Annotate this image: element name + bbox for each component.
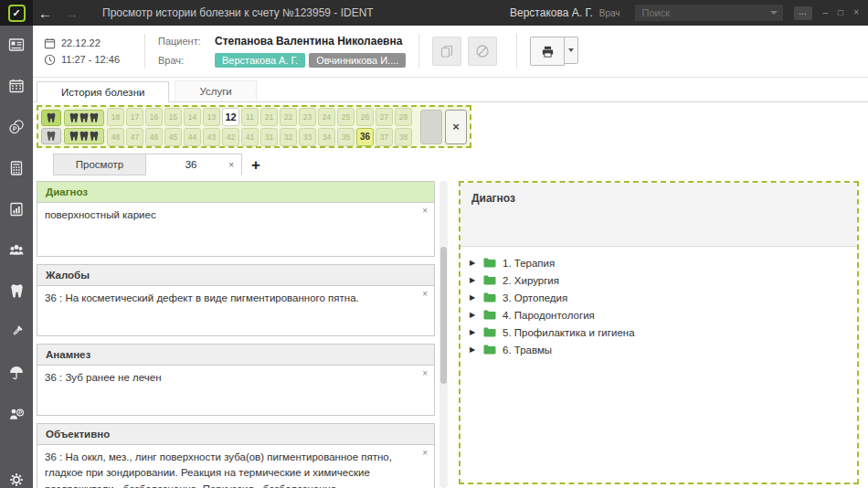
close-teeth-strip-button[interactable]: × — [445, 110, 467, 144]
minimize-button[interactable]: – — [823, 8, 829, 17]
tooth-button-36[interactable]: 36 — [356, 128, 374, 146]
schedule-icon — [8, 78, 25, 94]
tooth-button-48[interactable]: 48 — [107, 128, 124, 146]
chevron-down-icon[interactable] — [770, 11, 778, 15]
lower-teeth-row: 48474645444342413132333435363738 — [107, 128, 412, 146]
doctor-badge[interactable]: Верстакова А. Г. — [215, 53, 305, 68]
tooth-button-37[interactable]: 37 — [376, 128, 393, 146]
tooth-button-13[interactable]: 13 — [203, 108, 220, 126]
maximize-button[interactable]: □ — [838, 8, 843, 17]
section-diagnosis: Диагноз поверхностный кариес × — [37, 181, 435, 257]
section-anamnesis-body[interactable]: 36 : Зуб ранее не лечен × — [37, 366, 434, 415]
print-options-button[interactable] — [565, 37, 578, 64]
tree-item-label: 6. Травмы — [503, 345, 552, 355]
tooth-button-47[interactable]: 47 — [126, 128, 143, 146]
diagnosis-panel: Диагноз ▶1. Терапия▶2. Хирургия▶3. Ортоп… — [459, 181, 859, 484]
tooth-button-14[interactable]: 14 — [184, 108, 201, 126]
cashdesk-icon — [8, 160, 25, 176]
tooth-button-34[interactable]: 34 — [318, 128, 335, 146]
search-input[interactable] — [640, 6, 770, 19]
close-button[interactable]: × — [853, 8, 859, 17]
tooth-button-41[interactable]: 41 — [241, 128, 259, 146]
tree-item[interactable]: ▶2. Хирургия — [470, 271, 848, 289]
tooth-button-33[interactable]: 33 — [299, 128, 316, 146]
more-options-button[interactable]: ... — [794, 6, 812, 20]
tooth-button-45[interactable]: 45 — [164, 128, 182, 146]
search-box[interactable] — [635, 5, 783, 21]
sidebar-item-reports[interactable] — [7, 201, 26, 217]
expand-arrow-icon[interactable]: ▶ — [470, 293, 477, 302]
tree-item[interactable]: ▶4. Пародонтология — [470, 306, 848, 324]
back-arrow-icon[interactable]: ← — [38, 6, 52, 20]
sidebar-item-salary[interactable] — [7, 406, 26, 422]
lower-jaw-button[interactable] — [64, 128, 104, 144]
expand-arrow-icon[interactable]: ▶ — [470, 259, 477, 267]
upper-jaw-button[interactable] — [64, 110, 104, 126]
sidebar-item-patient-card[interactable] — [7, 37, 26, 53]
expand-arrow-icon[interactable]: ▶ — [470, 328, 477, 336]
main-tabs: История болезни Услуги — [33, 80, 868, 102]
tab-history[interactable]: История болезни — [37, 81, 169, 102]
tooth-button-31[interactable]: 31 — [260, 128, 278, 146]
tooth-button-46[interactable]: 46 — [145, 128, 163, 146]
sidebar-item-payments[interactable] — [7, 119, 26, 135]
teeth-chart-strip: 18171615141312112122232425262728 4847464… — [37, 105, 471, 148]
print-button[interactable] — [530, 37, 565, 66]
sidebar-item-cashdesk[interactable] — [7, 160, 26, 176]
sidebar-item-insurance[interactable] — [7, 365, 26, 381]
tooth-button-16[interactable]: 16 — [145, 108, 163, 126]
tooth-button-43[interactable]: 43 — [203, 128, 220, 146]
tooth-button-11[interactable]: 11 — [241, 108, 259, 126]
tooth-button-38[interactable]: 38 — [395, 128, 412, 146]
expand-arrow-icon[interactable]: ▶ — [470, 276, 477, 284]
tooth-button-15[interactable]: 15 — [164, 108, 182, 126]
single-tooth-upper-button[interactable] — [41, 110, 61, 126]
add-tab-button[interactable]: + — [251, 157, 260, 175]
tooth-button-42[interactable]: 42 — [222, 128, 239, 146]
tree-item[interactable]: ▶6. Травмы — [470, 341, 848, 358]
clear-field-icon[interactable]: × — [422, 369, 428, 378]
sidebar-item-staff[interactable] — [7, 242, 26, 259]
doctor-badge[interactable]: Овчинникова И.... — [309, 53, 406, 68]
sidebar-item-schedule[interactable] — [7, 78, 26, 94]
current-user-name[interactable]: Верстакова А. Г. — [510, 6, 593, 19]
tooth-button-17[interactable]: 17 — [126, 108, 143, 126]
clear-field-icon[interactable]: × — [422, 207, 428, 216]
tab-services[interactable]: Услуги — [175, 80, 256, 101]
tooth-button-22[interactable]: 22 — [280, 108, 297, 126]
tab-tooth-36[interactable]: 36 × — [145, 154, 242, 175]
single-tooth-lower-button[interactable] — [41, 128, 61, 144]
tree-item[interactable]: ▶5. Профилактика и гигиена — [470, 324, 848, 341]
divider — [144, 34, 145, 69]
tooth-button-32[interactable]: 32 — [280, 128, 297, 146]
expand-arrow-icon[interactable]: ▶ — [470, 345, 477, 354]
tree-item[interactable]: ▶1. Терапия — [470, 254, 848, 271]
current-user-role: Врач — [599, 8, 620, 18]
scrollbar-thumb[interactable] — [440, 247, 447, 384]
section-complaints-body[interactable]: 36 : На косметический дефект в виде пигм… — [37, 286, 434, 335]
close-tab-icon[interactable]: × — [228, 160, 234, 170]
tooth-button-26[interactable]: 26 — [356, 108, 374, 126]
sidebar-item-settings[interactable] — [7, 472, 26, 488]
section-diagnosis-body[interactable]: поверхностный кариес × — [37, 203, 434, 256]
sidebar-item-dental[interactable] — [7, 283, 26, 299]
tooth-button-12[interactable]: 12 — [222, 108, 239, 126]
tooth-button-23[interactable]: 23 — [299, 108, 316, 126]
sidebar-item-implants[interactable] — [7, 324, 26, 340]
clear-field-icon[interactable]: × — [422, 449, 428, 458]
tooth-button-21[interactable]: 21 — [260, 108, 278, 126]
tooth-button-28[interactable]: 28 — [395, 108, 412, 126]
form-scrollbar[interactable] — [439, 181, 448, 488]
clear-field-icon[interactable]: × — [422, 290, 428, 299]
section-objective-body[interactable]: 36 : На оккл, мез., линг поверхности зуб… — [37, 445, 434, 488]
tooth-button-44[interactable]: 44 — [184, 128, 201, 146]
diagnosis-tree: ▶1. Терапия▶2. Хирургия▶3. Ортопедия▶4. … — [460, 247, 857, 483]
tab-view[interactable]: Просмотр — [53, 154, 146, 175]
tooth-button-18[interactable]: 18 — [107, 108, 124, 126]
tooth-button-24[interactable]: 24 — [318, 108, 335, 126]
tooth-button-27[interactable]: 27 — [376, 108, 393, 126]
tooth-button-25[interactable]: 25 — [337, 108, 355, 126]
tree-item[interactable]: ▶3. Ортопедия — [470, 289, 848, 306]
expand-arrow-icon[interactable]: ▶ — [470, 311, 477, 319]
tooth-button-35[interactable]: 35 — [337, 128, 355, 146]
